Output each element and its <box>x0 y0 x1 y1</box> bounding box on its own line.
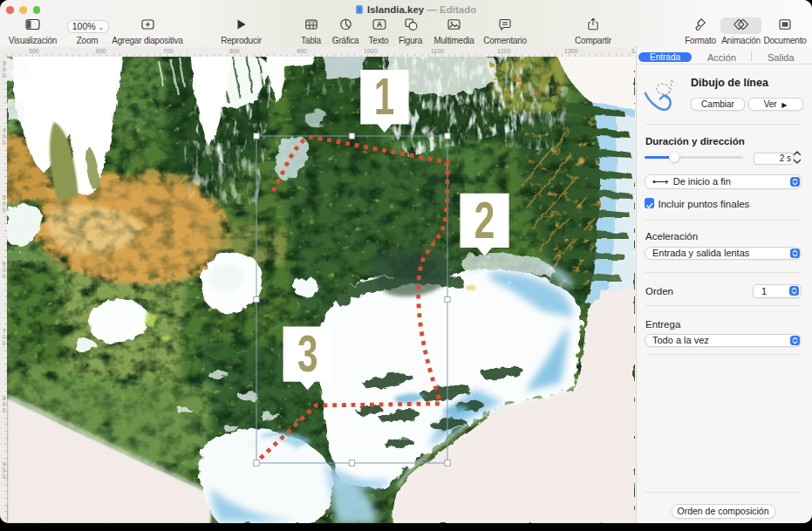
svg-text:2: 2 <box>474 191 495 249</box>
svg-text:A: A <box>377 20 382 29</box>
svg-text:3: 3 <box>297 325 318 384</box>
svg-text:1: 1 <box>374 67 395 126</box>
